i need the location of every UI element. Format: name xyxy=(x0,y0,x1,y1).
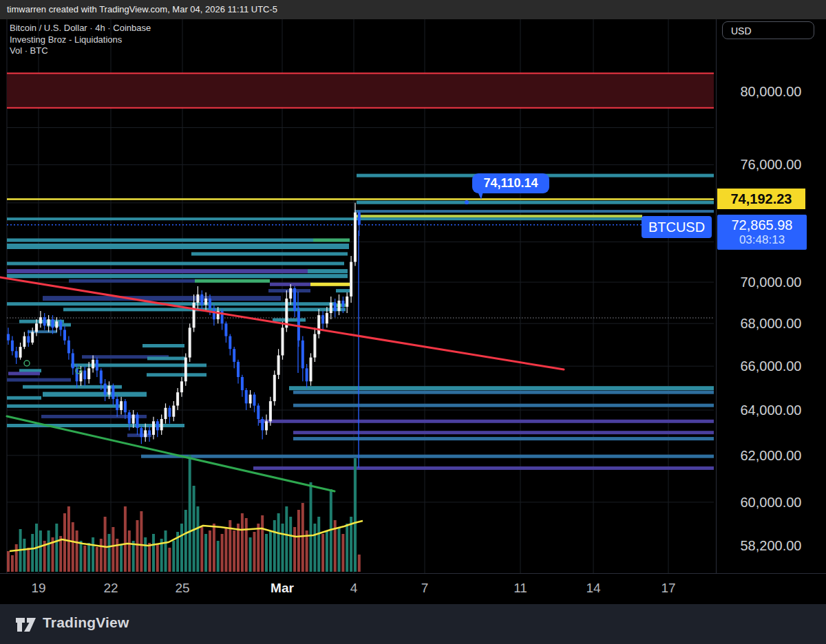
price-axis[interactable]: USD 74,192.23 72,865.98 03:48:13 80,000.… xyxy=(716,19,826,604)
time-axis-label: 4 xyxy=(350,581,358,596)
chart-legend[interactable]: Bitcoin / U.S. Dollar · 4h · Coinbase In… xyxy=(10,23,151,57)
time-axis[interactable]: 192225Mar47111417 xyxy=(0,573,826,605)
yellow-line-price-value: 74,192.23 xyxy=(731,191,792,206)
price-axis-label: 66,000.00 xyxy=(717,358,825,374)
time-axis-label: 7 xyxy=(421,581,429,596)
currency-toggle-label: USD xyxy=(731,25,752,36)
price-axis-label: 70,000.00 xyxy=(717,275,825,290)
price-chart-canvas[interactable] xyxy=(0,0,826,644)
last-price-label: 72,865.98 03:48:13 xyxy=(717,215,807,250)
footer-bar: TradingView xyxy=(0,604,826,644)
price-callout-bubble[interactable]: 74,110.14 xyxy=(472,173,549,193)
currency-toggle-button[interactable]: USD xyxy=(722,21,814,39)
price-axis-label: 76,000.00 xyxy=(717,157,825,173)
brand-label: TradingView xyxy=(43,614,129,630)
time-axis-label: 11 xyxy=(513,581,527,596)
time-axis-label: 25 xyxy=(175,581,189,596)
price-axis-label: 60,000.00 xyxy=(717,495,825,511)
time-axis-label: 14 xyxy=(586,581,600,596)
time-axis-label: Mar xyxy=(271,581,294,596)
indicator-liquidations[interactable]: Investing Broz - Liquidations xyxy=(10,34,151,46)
indicator-volume[interactable]: Vol · BTC xyxy=(10,45,151,57)
tradingview-brand-text[interactable]: TradingView xyxy=(43,614,129,631)
last-price-value: 72,865.98 xyxy=(717,217,807,233)
time-axis-label: 22 xyxy=(103,581,118,596)
price-axis-label: 62,000.00 xyxy=(717,448,825,464)
price-axis-label: 64,000.00 xyxy=(717,402,825,418)
tradingview-chart-window: timwarren created with TradingView.com, … xyxy=(0,0,826,644)
price-callout-anchor-dot xyxy=(465,200,469,204)
price-axis-label: 58,200.00 xyxy=(717,538,825,554)
price-axis-label: 68,000.00 xyxy=(717,316,825,332)
time-axis-label: 19 xyxy=(31,581,45,596)
symbol-tag[interactable]: BTCUSD xyxy=(642,216,712,238)
symbol-description[interactable]: Bitcoin / U.S. Dollar · 4h · Coinbase xyxy=(10,23,151,34)
yellow-line-price-label: 74,192.23 xyxy=(717,189,805,209)
tradingview-logo-icon[interactable] xyxy=(15,614,39,635)
time-axis-label: 17 xyxy=(661,581,675,596)
bar-countdown: 03:48:13 xyxy=(717,233,807,247)
price-callout-value: 74,110.14 xyxy=(483,176,538,190)
symbol-tag-label: BTCUSD xyxy=(648,219,705,235)
price-axis-label: 80,000.00 xyxy=(717,84,825,100)
